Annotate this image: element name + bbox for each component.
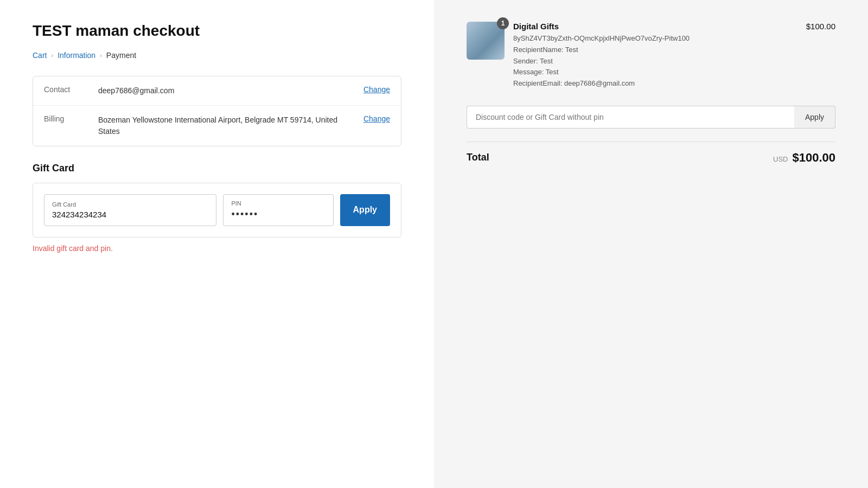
gift-card-field-label: Gift Card: [52, 201, 208, 208]
total-row: Total USD $100.00: [467, 142, 835, 165]
breadcrumb: Cart › Information › Payment: [33, 51, 401, 60]
discount-apply-button[interactable]: Apply: [794, 106, 835, 129]
pin-field[interactable]: PIN ••••••: [223, 194, 333, 226]
breadcrumb-information[interactable]: Information: [58, 51, 95, 60]
total-amount: $100.00: [792, 151, 835, 165]
product-price: $100.00: [806, 22, 835, 31]
billing-change[interactable]: Change: [363, 114, 390, 123]
pin-field-value: ••••••: [231, 209, 325, 220]
gift-card-box: Gift Card 324234234234 PIN •••••• Apply: [33, 183, 401, 237]
contact-change[interactable]: Change: [363, 85, 390, 94]
breadcrumb-separator-1: ›: [51, 52, 53, 59]
product-image-wrapper: 1: [467, 22, 505, 60]
contact-value: deep7686@gmail.com: [98, 85, 353, 97]
product-description-2: RecipientName: Test: [513, 44, 797, 56]
total-label: Total: [467, 152, 489, 163]
gift-card-inputs: Gift Card 324234234234 PIN •••••• Apply: [44, 194, 390, 226]
gift-card-error: Invalid gift card and pin.: [33, 244, 401, 253]
breadcrumb-separator-2: ›: [100, 52, 102, 59]
product-item: 1 Digital Gifts 8yShZ4VT3byZxth-OQmcKpjx…: [467, 22, 835, 89]
product-info: Digital Gifts 8yShZ4VT3byZxth-OQmcKpjxlH…: [513, 22, 797, 89]
product-description-5: RecipientEmail: deep7686@gmail.com: [513, 78, 797, 89]
gift-card-field[interactable]: Gift Card 324234234234: [44, 194, 216, 226]
pin-field-label: PIN: [231, 200, 325, 207]
breadcrumb-cart[interactable]: Cart: [33, 51, 47, 60]
gift-card-field-value: 324234234234: [52, 210, 208, 219]
billing-row: Billing Bozeman Yellowstone Internationa…: [33, 105, 401, 146]
product-description-4: Message: Test: [513, 67, 797, 78]
gift-card-section: Gift Card Gift Card 324234234234 PIN •••…: [33, 163, 401, 253]
gift-card-apply-button[interactable]: Apply: [340, 194, 390, 226]
info-box: Contact deep7686@gmail.com Change Billin…: [33, 76, 401, 146]
right-panel: 1 Digital Gifts 8yShZ4VT3byZxth-OQmcKpjx…: [434, 0, 868, 488]
billing-label: Billing: [44, 114, 87, 123]
product-name: Digital Gifts: [513, 22, 797, 31]
gift-card-title: Gift Card: [33, 163, 401, 174]
total-amount-group: USD $100.00: [773, 151, 835, 165]
discount-row: Apply: [467, 106, 835, 129]
contact-row: Contact deep7686@gmail.com Change: [33, 76, 401, 105]
product-description-3: Sender: Test: [513, 56, 797, 67]
billing-value: Bozeman Yellowstone International Airpor…: [98, 114, 353, 137]
breadcrumb-payment: Payment: [106, 51, 136, 60]
discount-input[interactable]: [467, 106, 794, 129]
store-title: TEST maman checkout: [33, 22, 401, 40]
left-panel: TEST maman checkout Cart › Information ›…: [0, 0, 434, 488]
total-currency: USD: [773, 155, 788, 163]
product-badge: 1: [497, 17, 509, 29]
product-description-1: 8yShZ4VT3byZxth-OQmcKpjxlHNjPweO7voZry-P…: [513, 33, 797, 44]
contact-label: Contact: [44, 85, 87, 94]
